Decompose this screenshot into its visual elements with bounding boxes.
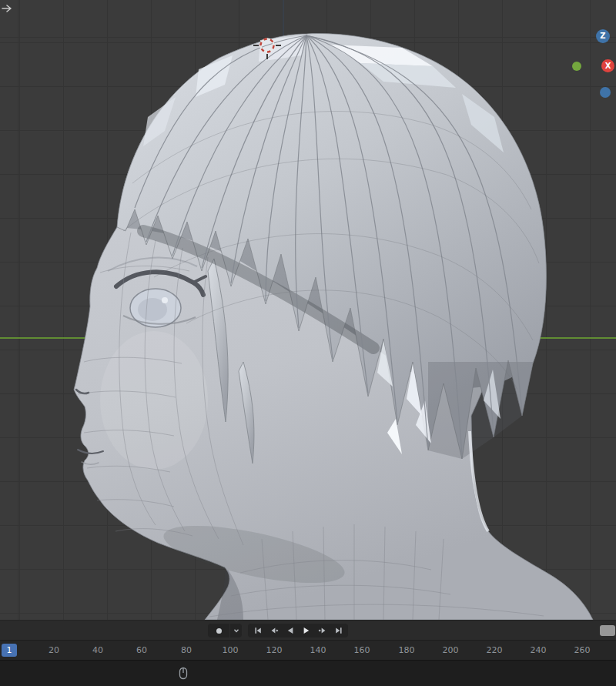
jump-to-end-icon <box>334 626 343 635</box>
auto-key-group <box>208 624 242 637</box>
frame-tick: 180 <box>393 645 420 655</box>
jump-to-start-icon <box>253 626 263 635</box>
frame-tick: 60 <box>128 645 156 655</box>
frame-tick: 20 <box>40 645 68 655</box>
frame-tick: 240 <box>524 645 552 655</box>
status-bar <box>0 660 616 686</box>
play-reverse-button[interactable] <box>282 624 298 637</box>
3d-cursor-icon <box>252 30 283 61</box>
record-options-dropdown[interactable] <box>230 624 242 637</box>
frame-tick: 80 <box>172 645 200 655</box>
gizmo-axis-ball-blue[interactable] <box>600 87 611 98</box>
frame-tick: 160 <box>348 645 376 655</box>
timeline-scrollbar[interactable] <box>600 625 615 636</box>
play-reverse-icon <box>286 626 295 635</box>
frame-tick: 40 <box>84 645 112 655</box>
timeline-header <box>0 620 616 640</box>
gizmo-z-axis-ball[interactable]: Z <box>596 29 610 43</box>
current-frame-indicator[interactable]: 1 <box>2 644 17 657</box>
gizmo-x-axis-ball[interactable]: X <box>601 59 614 72</box>
gizmo-y-axis-ball[interactable] <box>572 62 581 71</box>
head-model-mesh[interactable] <box>0 0 616 620</box>
gizmo-x-label: X <box>605 62 611 70</box>
frame-tick: 100 <box>216 645 244 655</box>
3d-viewport[interactable]: Z X <box>0 0 616 620</box>
next-keyframe-icon <box>318 626 327 635</box>
chevron-down-icon <box>233 627 239 634</box>
jump-to-end-button[interactable] <box>330 624 346 637</box>
play-icon <box>302 626 311 635</box>
play-button[interactable] <box>298 624 314 637</box>
frame-tick: 200 <box>437 645 464 655</box>
previous-keyframe-icon <box>270 626 279 635</box>
playback-controls <box>248 624 348 637</box>
viewport-corner-arrow-icon[interactable] <box>1 3 13 14</box>
frame-tick: 120 <box>260 645 288 655</box>
frame-tick: 140 <box>304 645 332 655</box>
auto-key-record-button[interactable] <box>208 624 229 637</box>
next-keyframe-button[interactable] <box>314 624 330 637</box>
frame-tick: 220 <box>480 645 508 655</box>
previous-keyframe-button[interactable] <box>266 624 282 637</box>
jump-to-start-button[interactable] <box>249 624 266 637</box>
mouse-drag-icon <box>179 667 188 680</box>
gizmo-z-label: Z <box>600 32 605 40</box>
frame-tick: 260 <box>568 645 596 655</box>
timeline-ruler[interactable]: 1 20 40 60 80 100 120 140 160 180 200 22… <box>0 640 616 660</box>
record-dot-icon <box>216 628 222 634</box>
